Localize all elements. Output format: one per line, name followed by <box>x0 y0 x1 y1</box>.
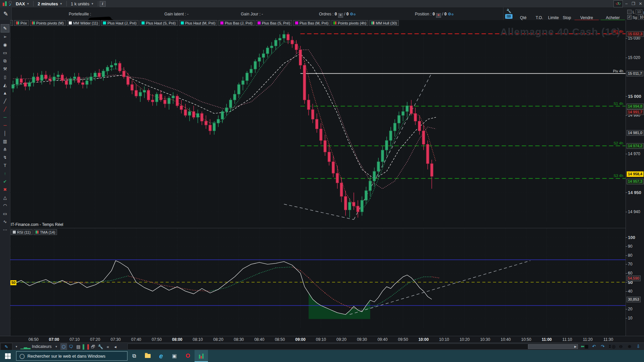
close-button[interactable]: ✕ <box>638 1 643 6</box>
share-icon[interactable]: ⬡ <box>60 343 67 350</box>
l-checkbox[interactable] <box>627 10 632 14</box>
cancel-orders-icon[interactable]: ✖ <box>338 13 343 18</box>
detached-chart-icon[interactable]: 🗗 <box>90 343 97 350</box>
zoom-fit-icon[interactable]: ⇕◎ <box>608 343 615 350</box>
sync-icon[interactable]: ↺↻ <box>613 0 623 7</box>
impulse-tool-icon[interactable]: ↯ <box>1 154 9 161</box>
time-tick: 08:10 <box>193 337 203 342</box>
instrument-dropdown[interactable]: DAX▼ <box>13 0 32 7</box>
l-pts-input[interactable]: 10 <box>636 9 642 14</box>
shapes-tool-icon[interactable]: ◭ <box>1 81 9 89</box>
rsi-tick: 40 <box>628 289 632 294</box>
rsi-50-badge: 50 <box>10 280 16 285</box>
position-settings-icon[interactable]: ⚙⚙ <box>448 12 454 16</box>
prorealtime-app-icon[interactable] <box>195 350 208 362</box>
info-button[interactable]: i <box>100 1 106 7</box>
orders-settings-icon[interactable]: ⚙⚙ <box>350 12 356 16</box>
ruler-tool-icon[interactable]: ▭ <box>1 49 9 57</box>
pitchfork-tool-icon[interactable]: ⋔ <box>1 145 9 153</box>
horizontal-line-green-tool-icon[interactable]: ─ <box>1 113 9 121</box>
text-tool-icon[interactable]: T <box>1 162 9 169</box>
indicators-icon[interactable]: ▁▃▂ <box>20 343 31 350</box>
indicators-caret[interactable]: ▼ <box>53 343 60 350</box>
price-tick: 15 020 <box>628 55 640 60</box>
chart-settings-icon[interactable]: 🔧 <box>97 343 104 350</box>
undo-icon[interactable]: ↶ <box>591 343 597 350</box>
sg-pts-input[interactable]: 10 <box>638 15 644 20</box>
time-tick: 10:30 <box>480 337 490 342</box>
draw-tool-caret[interactable]: ▼ <box>13 343 20 350</box>
minimize-button[interactable]: – <box>624 1 629 6</box>
redo-icon[interactable]: ↷ <box>599 343 606 350</box>
compress-scale-icon[interactable]: ⇩ <box>635 343 642 350</box>
close-position-icon[interactable]: ✖ <box>436 13 441 18</box>
maximize-button[interactable]: ❐ <box>631 1 636 6</box>
delete-tool-icon[interactable]: ✖ <box>1 186 9 193</box>
wave-tool-icon[interactable]: ∿ <box>1 218 9 226</box>
duplicate-tool-icon[interactable]: ⧉ <box>1 57 9 65</box>
cone-tool-icon[interactable]: ▲ <box>1 89 9 97</box>
portfolio-label: Portefeuille : <box>69 12 91 16</box>
time-tick: 07:50 <box>152 337 162 342</box>
pattern-tool-icon[interactable]: ▥ <box>1 137 9 145</box>
indicator-value-label: 30,853 <box>627 297 641 302</box>
trash-tool-icon[interactable]: ▯ <box>1 73 9 81</box>
price-axis[interactable]: 15 03015 02015 00014 99014 97014 95014 9… <box>626 20 644 336</box>
tools-settings-icon[interactable]: ⚒ <box>1 65 9 73</box>
trendline-red-tool-icon[interactable]: ╱ <box>1 105 9 113</box>
store-icon[interactable]: ▣ <box>168 350 181 362</box>
indicators-button[interactable]: Indicateurs <box>32 344 52 349</box>
task-view-icon[interactable]: ⧉ <box>127 350 141 362</box>
collapse-toolbar-button[interactable]: « <box>105 343 111 350</box>
rectangle-tool-icon[interactable]: ▭ <box>1 210 9 218</box>
trendline-tool-icon[interactable]: ╱ <box>1 97 9 105</box>
scroll-left-button[interactable]: ◂ <box>112 343 119 350</box>
zoom-in-icon[interactable]: ⊕ <box>626 343 633 350</box>
chart-scrollbar[interactable] <box>127 344 580 350</box>
edit-orders-icon[interactable]: ✎ <box>0 7 12 20</box>
scroll-right-button[interactable]: ▸ <box>572 343 579 350</box>
validate-tool-icon[interactable]: ✔ <box>1 178 9 185</box>
time-tick: 10:50 <box>521 337 531 342</box>
order-book-icon[interactable]: ▌▐ <box>83 343 89 350</box>
rsi-indicator-panel[interactable] <box>10 228 626 336</box>
triangle-tool-icon[interactable]: △ <box>1 194 9 201</box>
time-tick: 07:10 <box>69 337 79 342</box>
time-tick: 11:00 <box>542 337 552 342</box>
rsi-tick: 10 <box>628 316 632 320</box>
export-document-icon[interactable]: ▤ <box>75 343 82 350</box>
arrow-up-tool-icon[interactable]: ↑ <box>1 170 9 177</box>
vertical-line-tool-icon[interactable]: │ <box>1 129 9 137</box>
horizontal-line-red-tool-icon[interactable]: ─ <box>1 121 9 129</box>
chart-scrollbar-thumb[interactable] <box>528 344 578 349</box>
cortana-icon: ◯ <box>19 353 25 359</box>
taskbar-search-input[interactable]: ◯ Rechercher sur le web et dans Windows <box>16 351 127 361</box>
link-windows-icon[interactable]: ◯✔ <box>9 1 12 7</box>
time-tick: 11:30 <box>603 337 613 342</box>
edge-browser-icon[interactable]: e <box>154 350 168 362</box>
keyboard-icon[interactable]: ⌨ <box>505 14 513 19</box>
sg-checkbox[interactable]: ✔ <box>627 15 632 19</box>
goto-date-icon[interactable]: ⬅▦ <box>581 343 589 350</box>
arc-tool-icon[interactable]: ◠ <box>1 202 9 209</box>
opera-browser-icon[interactable]: O <box>181 350 195 362</box>
chat-icon[interactable]: 🗨 <box>68 343 74 350</box>
draw-tool-icon[interactable]: ✎ <box>0 343 12 350</box>
pencil-tool-icon[interactable]: ✎ <box>1 24 9 33</box>
more-tools-icon[interactable]: ⋯ <box>1 226 9 234</box>
price-level-label: 15 032,3 <box>627 31 644 37</box>
main-price-chart[interactable] <box>10 20 626 228</box>
start-button[interactable] <box>0 350 15 362</box>
timeframe-dropdown[interactable]: 2 minutes▼ <box>35 0 65 7</box>
zoom-tool-icon[interactable]: ◉ <box>1 41 9 49</box>
file-explorer-icon[interactable] <box>141 350 154 362</box>
pivot-label: S2 4h <box>613 141 623 145</box>
time-axis[interactable]: 06:5007:0007:1007:2007:3007:4007:5008:00… <box>0 336 644 343</box>
limit-option-row: L 10pts <box>627 9 644 14</box>
price-tick: 14 950 <box>628 190 641 195</box>
units-dropdown[interactable]: 1 k unités▼ <box>68 0 97 7</box>
wrench-icon[interactable]: 🔧 <box>505 8 513 13</box>
cursor-tool-icon[interactable]: ➢ <box>1 33 9 41</box>
position-status: Position : 0 ✖ / 0 ⚙⚙ <box>415 12 454 18</box>
zoom-out-icon[interactable]: ⊖ <box>618 343 624 350</box>
